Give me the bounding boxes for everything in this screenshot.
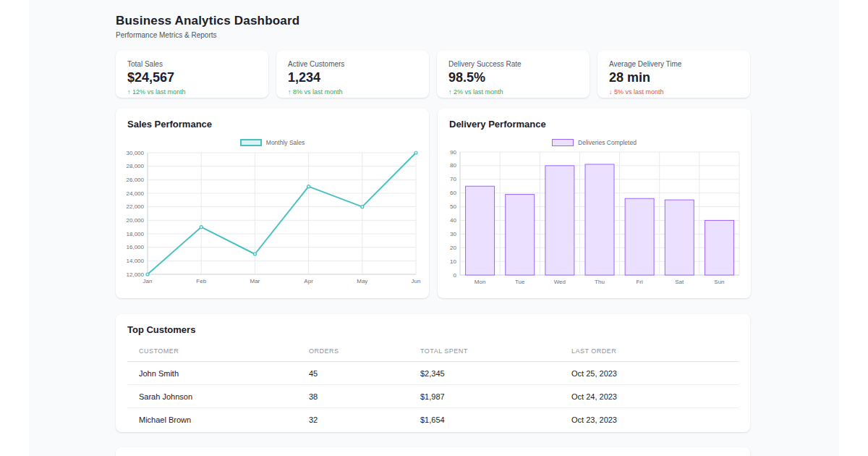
svg-text:70: 70: [450, 176, 456, 182]
deliveries-completed-legend[interactable]: Deliveries Completed: [445, 138, 744, 146]
table-row: John Smith45$2,345Oct 25, 2023: [127, 362, 739, 385]
delivery-chart-title: Delivery Performance: [449, 119, 744, 130]
svg-text:60: 60: [450, 190, 456, 196]
kpi-label: Active Customers: [288, 60, 417, 68]
svg-text:30,000: 30,000: [127, 150, 145, 156]
kpi-value: $24,567: [127, 70, 257, 85]
table-cell: 38: [309, 385, 420, 408]
sales-chart-title: Sales Performance: [127, 119, 422, 130]
svg-text:24,000: 24,000: [127, 190, 145, 197]
table-row: Sarah Johnson38$1,987Oct 24, 2023: [127, 385, 739, 408]
table-cell: Oct 25, 2023: [571, 362, 739, 385]
table-cell: Oct 23, 2023: [571, 408, 739, 431]
svg-text:20,000: 20,000: [127, 217, 145, 224]
charts-row: Sales Performance Monthly Sales 12,00014…: [116, 109, 750, 298]
table-cell: 32: [309, 408, 420, 431]
table-cell: Michael Brown: [127, 408, 309, 431]
top-customers-table: CUSTOMER ORDERS TOTAL SPENT LAST ORDER J…: [127, 342, 739, 431]
svg-text:20: 20: [450, 245, 456, 251]
svg-text:12,000: 12,000: [127, 271, 145, 278]
kpi-value: 1,234: [288, 70, 417, 85]
svg-text:10: 10: [450, 258, 456, 265]
partial-bottom-card: [116, 447, 750, 456]
kpi-card-active-customers: Active Customers 1,234 ↑ 8% vs last mont…: [276, 51, 429, 98]
kpi-card-average-delivery-time: Average Delivery Time 28 min ↓ 5% vs las…: [597, 51, 750, 98]
monthly-sales-legend-label: Monthly Sales: [266, 139, 305, 146]
kpi-label: Average Delivery Time: [609, 60, 739, 68]
table-cell: $2,345: [420, 362, 571, 385]
monthly-sales-legend-swatch: [240, 139, 262, 146]
column-header-total-spent: TOTAL SPENT: [420, 342, 571, 362]
svg-text:26,000: 26,000: [127, 177, 145, 183]
kpi-card-delivery-success-rate: Delivery Success Rate 98.5% ↑ 2% vs last…: [437, 51, 590, 98]
svg-text:50: 50: [450, 203, 456, 210]
kpi-value: 28 min: [609, 70, 739, 85]
table-header-row: CUSTOMER ORDERS TOTAL SPENT LAST ORDER: [127, 342, 739, 362]
delivery-performance-card: Delivery Performance Deliveries Complete…: [438, 109, 751, 298]
table-cell: $1,654: [420, 408, 571, 431]
svg-text:May: May: [357, 278, 367, 284]
monthly-sales-legend[interactable]: Monthly Sales: [123, 138, 422, 146]
page-header: Business Analytics Dashboard Performance…: [116, 14, 750, 39]
svg-text:90: 90: [450, 149, 456, 156]
kpi-label: Delivery Success Rate: [448, 60, 578, 68]
kpi-card-total-sales: Total Sales $24,567 ↑ 12% vs last month: [116, 51, 268, 98]
top-customers-tbody: John Smith45$2,345Oct 25, 2023Sarah John…: [127, 362, 739, 431]
svg-text:Sun: Sun: [714, 279, 724, 285]
svg-text:Wed: Wed: [554, 279, 566, 285]
column-header-customer: CUSTOMER: [127, 342, 309, 362]
table-cell: 45: [309, 362, 420, 385]
svg-text:Jan: Jan: [143, 278, 153, 284]
svg-text:Feb: Feb: [196, 278, 206, 284]
page-subtitle: Performance Metrics & Reports: [116, 31, 750, 39]
svg-text:14,000: 14,000: [127, 258, 145, 264]
kpi-row: Total Sales $24,567 ↑ 12% vs last month …: [116, 51, 750, 98]
svg-text:Fri: Fri: [636, 279, 643, 285]
kpi-value: 98.5%: [448, 70, 578, 85]
svg-text:Mon: Mon: [475, 279, 486, 285]
page-title: Business Analytics Dashboard: [116, 14, 750, 28]
table-cell: John Smith: [127, 362, 309, 385]
svg-text:Mar: Mar: [250, 278, 260, 284]
svg-text:Tue: Tue: [515, 279, 525, 285]
svg-text:Jun: Jun: [412, 278, 421, 284]
top-customers-card: Top Customers CUSTOMER ORDERS TOTAL SPEN…: [116, 314, 750, 432]
svg-text:40: 40: [450, 217, 456, 224]
column-header-orders: ORDERS: [309, 342, 420, 362]
kpi-delta: ↑ 12% vs last month: [127, 88, 257, 96]
svg-text:16,000: 16,000: [127, 244, 145, 250]
sales-line-chart: 12,00014,00016,00018,00020,00022,00024,0…: [123, 148, 422, 287]
svg-text:28,000: 28,000: [127, 163, 145, 169]
table-cell: $1,987: [420, 385, 571, 408]
column-header-last-order: LAST ORDER: [571, 342, 739, 362]
sales-performance-card: Sales Performance Monthly Sales 12,00014…: [116, 109, 429, 298]
svg-text:18,000: 18,000: [127, 231, 145, 237]
kpi-delta: ↓ 5% vs last month: [609, 88, 739, 96]
kpi-delta: ↑ 2% vs last month: [448, 88, 578, 96]
svg-text:Apr: Apr: [304, 278, 313, 284]
svg-text:80: 80: [450, 162, 456, 169]
top-customers-title: Top Customers: [127, 324, 739, 335]
svg-text:22,000: 22,000: [127, 203, 145, 210]
dashboard-background: Business Analytics Dashboard Performance…: [29, 0, 839, 456]
kpi-delta: ↑ 8% vs last month: [288, 88, 417, 96]
table-row: Michael Brown32$1,654Oct 23, 2023: [127, 408, 739, 431]
svg-text:0: 0: [454, 272, 457, 279]
dashboard-content: Business Analytics Dashboard Performance…: [116, 0, 750, 456]
kpi-label: Total Sales: [127, 60, 257, 68]
svg-text:Thu: Thu: [595, 279, 605, 285]
deliveries-completed-legend-label: Deliveries Completed: [578, 139, 637, 146]
svg-text:Sat: Sat: [675, 279, 684, 285]
table-cell: Oct 24, 2023: [571, 385, 739, 408]
table-cell: Sarah Johnson: [127, 385, 309, 408]
delivery-bar-chart: 0102030405060708090MonTueWedThuFriSatSun: [445, 148, 744, 287]
svg-text:30: 30: [450, 231, 456, 237]
deliveries-completed-legend-swatch: [552, 139, 574, 146]
